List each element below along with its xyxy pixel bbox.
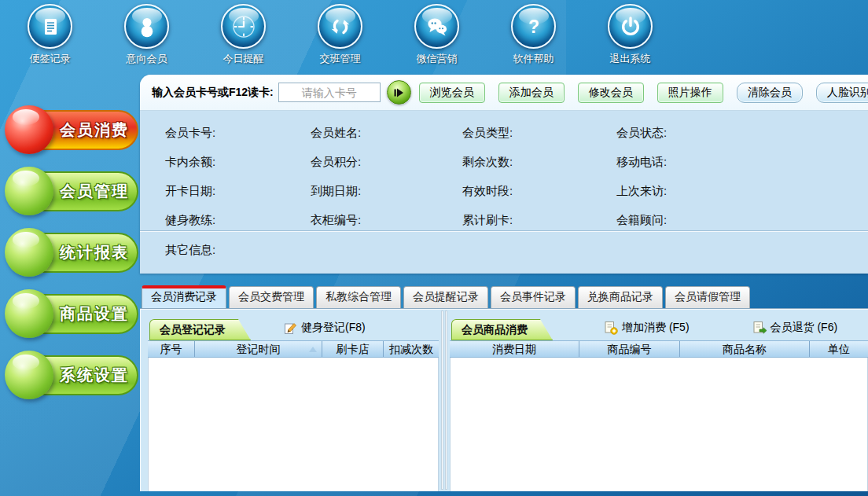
- sidebar-sphere-icon: [5, 289, 53, 338]
- record-tabs: 会员消费记录 会员交费管理 私教综合管理 会员提醒记录 会员事件记录 兑换商品记…: [140, 285, 868, 308]
- sidebar-item-label: 会员管理: [60, 181, 129, 202]
- sidebar-sphere-icon: [5, 167, 53, 215]
- tab-exchange-records[interactable]: 兑换商品记录: [578, 286, 663, 308]
- column-header-unit[interactable]: 单位: [810, 341, 868, 357]
- toolbar-item-software-help[interactable]: ? 软件帮助: [485, 4, 582, 66]
- field-label-locker-no: 衣柜编号:: [311, 213, 462, 230]
- column-header-seq[interactable]: 序号: [148, 341, 195, 357]
- toolbar-item-notes[interactable]: 便签记录: [2, 4, 98, 66]
- gym-checkin-label: 健身登记(F8): [301, 321, 366, 335]
- sidebar-item-member-manage[interactable]: 会员管理: [5, 168, 138, 214]
- clear-member-button[interactable]: 清除会员: [737, 83, 803, 103]
- field-label-balance: 卡内余额:: [165, 155, 311, 172]
- card-number-input[interactable]: [278, 83, 381, 102]
- tab-consume-records[interactable]: 会员消费记录: [142, 285, 226, 308]
- record-tables: 会员登记记录 健身登记(F8) 序号 登记时间 刷卡店 扣减次数 会员商品消费: [140, 308, 868, 491]
- wechat-icon: [414, 4, 459, 49]
- clock-icon: [221, 4, 266, 49]
- edit-icon: [284, 321, 297, 335]
- toolbar-item-wechat-marketing[interactable]: 微信营销: [388, 4, 485, 66]
- add-doc-icon: [604, 321, 618, 335]
- browse-member-button[interactable]: 浏览会员: [419, 83, 485, 103]
- checkin-table-body[interactable]: [148, 358, 439, 491]
- member-return-label: 会员退货 (F6): [771, 321, 838, 335]
- member-return-button[interactable]: 会员退货 (F6): [752, 321, 838, 335]
- sidebar-item-label: 商品设置: [60, 303, 129, 325]
- sidebar-item-label: 系统设置: [60, 365, 129, 386]
- member-fields-grid: 会员卡号: 会员姓名: 会员类型: 会员状态: 卡内余额: 会员积分: 剩余次数…: [140, 111, 868, 230]
- sidebar-sphere-icon: [5, 105, 53, 154]
- card-search-row: 输入会员卡号或F12读卡: 浏览会员 添加会员 修改会员 照片操作 清除会员 人…: [140, 75, 868, 111]
- sidebar-item-product-settings[interactable]: 商品设置: [5, 291, 138, 336]
- field-label-coach: 健身教练:: [165, 213, 311, 230]
- field-label-other-info: 其它信息:: [165, 243, 215, 256]
- sidebar-sphere-icon: [5, 351, 53, 399]
- field-label-name: 会员姓名:: [311, 126, 462, 143]
- member-icon: [124, 4, 169, 49]
- column-header-product-name[interactable]: 商品名称: [680, 341, 810, 357]
- checkin-panel-title: 会员登记记录: [149, 319, 251, 340]
- photo-operation-button[interactable]: 照片操作: [657, 83, 723, 103]
- splitter-bar: [445, 310, 447, 490]
- read-card-button[interactable]: [387, 80, 411, 105]
- product-consume-panel: 会员商品消费 增加消费 (F5) 会员退货 (F6) 消费日期 商品编号 商品名…: [450, 309, 868, 491]
- field-label-valid-period: 有效时段:: [462, 184, 616, 201]
- column-header-consume-date[interactable]: 消费日期: [450, 341, 579, 357]
- shift-icon: [318, 4, 362, 49]
- tab-event-records[interactable]: 会员事件记录: [491, 286, 576, 308]
- play-read-card-icon: [391, 85, 406, 101]
- card-input-label: 输入会员卡号或F12读卡:: [152, 86, 274, 100]
- toolbar-item-exit-system[interactable]: 退出系统: [582, 4, 679, 66]
- panel-splitter[interactable]: [439, 309, 450, 491]
- tab-reminder-records[interactable]: 会员提醒记录: [403, 286, 488, 308]
- face-recognition-button[interactable]: 人脸识别: [816, 83, 868, 103]
- sidebar-item-member-consume[interactable]: 会员消费: [5, 107, 138, 152]
- tab-payment-management[interactable]: 会员交费管理: [229, 286, 314, 308]
- sort-asc-icon: [309, 347, 317, 352]
- svg-text:?: ?: [528, 17, 539, 37]
- top-toolbar: 便签记录 意向会员 今日提醒 交班管理 微信营销 ? 软件帮助 退出系统: [2, 4, 679, 66]
- field-label-expire-date: 到期日期:: [311, 184, 462, 201]
- toolbar-label: 退出系统: [610, 52, 651, 66]
- modify-member-button[interactable]: 修改会员: [578, 83, 644, 103]
- other-info-row: 其它信息:: [140, 231, 868, 274]
- column-header-checkin-time[interactable]: 登记时间: [195, 341, 322, 357]
- toolbar-item-today-reminders[interactable]: 今日提醒: [195, 4, 292, 66]
- field-label-status: 会员状态:: [616, 126, 868, 143]
- field-label-points: 会员积分:: [311, 155, 462, 172]
- sidebar-item-label: 会员消费: [60, 119, 129, 141]
- tab-leave-management[interactable]: 会员请假管理: [665, 286, 750, 308]
- sidebar-item-system-settings[interactable]: 系统设置: [5, 352, 138, 398]
- column-header-deduct-times[interactable]: 扣减次数: [384, 341, 439, 357]
- column-header-label: 登记时间: [237, 343, 281, 355]
- field-label-swipe-total: 累计刷卡:: [462, 213, 616, 230]
- add-member-button[interactable]: 添加会员: [498, 83, 565, 103]
- member-info-panel: 输入会员卡号或F12读卡: 浏览会员 添加会员 修改会员 照片操作 清除会员 人…: [140, 75, 868, 274]
- toolbar-label: 微信营销: [417, 52, 458, 66]
- product-table-body[interactable]: [450, 358, 868, 491]
- tab-gap: [140, 274, 868, 285]
- toolbar-label: 今日提醒: [223, 52, 264, 66]
- splitter-bar: [441, 310, 443, 490]
- field-label-mobile: 移动电话:: [616, 155, 868, 172]
- column-header-store[interactable]: 刷卡店: [322, 341, 384, 357]
- checkin-panel: 会员登记记录 健身登记(F8) 序号 登记时间 刷卡店 扣减次数: [148, 309, 439, 491]
- product-panel-title: 会员商品消费: [451, 319, 553, 340]
- return-doc-icon: [752, 321, 767, 335]
- toolbar-item-shift-management[interactable]: 交班管理: [292, 4, 388, 66]
- tab-private-coach[interactable]: 私教综合管理: [316, 286, 401, 308]
- sidebar-item-statistics-report[interactable]: 统计报表: [5, 230, 138, 275]
- toolbar-label: 软件帮助: [513, 52, 554, 66]
- sidebar-sphere-icon: [5, 228, 53, 277]
- gym-checkin-button[interactable]: 健身登记(F8): [284, 321, 366, 335]
- field-label-advisor: 会籍顾问:: [616, 213, 868, 230]
- toolbar-item-prospect-members[interactable]: 意向会员: [98, 4, 195, 66]
- main-content: 输入会员卡号或F12读卡: 浏览会员 添加会员 修改会员 照片操作 清除会员 人…: [140, 75, 868, 491]
- add-consume-button[interactable]: 增加消费 (F5): [604, 321, 690, 335]
- field-label-type: 会员类型:: [462, 126, 616, 143]
- column-header-product-code[interactable]: 商品编号: [579, 341, 680, 357]
- sidebar-item-label: 统计报表: [60, 242, 129, 263]
- sidebar-nav: 会员消费 会员管理 统计报表 商品设置 系统设置: [5, 107, 138, 413]
- power-icon: [608, 4, 653, 49]
- product-panel-head: 会员商品消费 增加消费 (F5) 会员退货 (F6): [450, 309, 868, 340]
